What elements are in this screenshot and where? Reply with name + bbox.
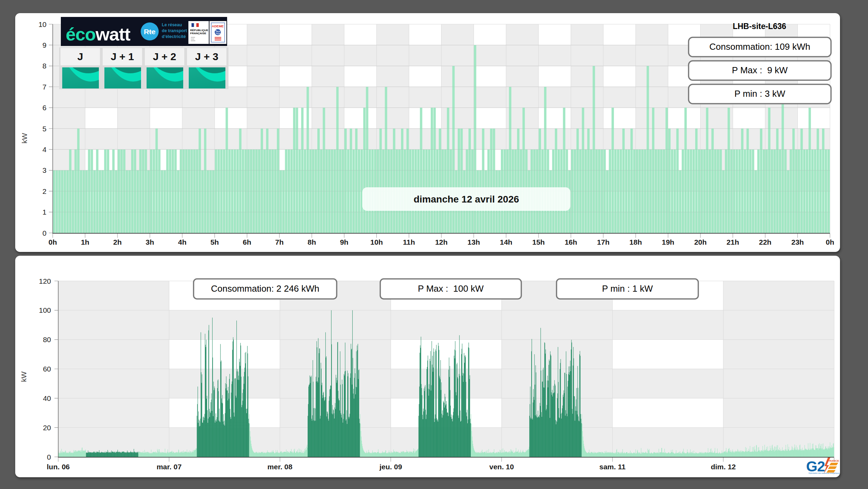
svg-text:LHB-site-L636: LHB-site-L636 bbox=[733, 22, 786, 31]
svg-text:7h: 7h bbox=[275, 238, 284, 246]
svg-text:J + 3: J + 3 bbox=[195, 51, 218, 62]
svg-text:9h: 9h bbox=[340, 238, 348, 246]
svg-text:12h: 12h bbox=[435, 238, 448, 246]
svg-text:P min : 1 kW: P min : 1 kW bbox=[602, 283, 653, 294]
svg-text:jeu. 09: jeu. 09 bbox=[379, 463, 402, 471]
svg-text:3h: 3h bbox=[146, 238, 154, 246]
svg-text:4: 4 bbox=[43, 145, 47, 153]
svg-text:mar. 07: mar. 07 bbox=[157, 463, 181, 471]
svg-text:60: 60 bbox=[43, 365, 51, 373]
svg-text:d’électricité: d’électricité bbox=[162, 34, 186, 39]
svg-text:J + 2: J + 2 bbox=[153, 51, 176, 62]
svg-text:14h: 14h bbox=[500, 238, 512, 246]
svg-text:20h: 20h bbox=[694, 238, 707, 246]
svg-text:17h: 17h bbox=[597, 238, 609, 246]
svg-text:16h: 16h bbox=[564, 238, 577, 246]
svg-text:4h: 4h bbox=[178, 238, 187, 246]
svg-text:P Max : 9 kW: P Max : 9 kW bbox=[732, 65, 788, 75]
svg-text:écowatt: écowatt bbox=[66, 24, 130, 44]
svg-text:2: 2 bbox=[43, 187, 47, 195]
svg-text:Le réseau: Le réseau bbox=[162, 22, 182, 27]
svg-text:0: 0 bbox=[47, 453, 51, 461]
svg-text:6: 6 bbox=[43, 104, 47, 112]
svg-text:5h: 5h bbox=[211, 238, 219, 246]
svg-text:6h: 6h bbox=[243, 238, 251, 246]
svg-text:Rte: Rte bbox=[144, 28, 156, 36]
svg-text:1h: 1h bbox=[81, 238, 90, 246]
svg-text:21h: 21h bbox=[727, 238, 739, 246]
svg-text:G2: G2 bbox=[806, 458, 825, 474]
svg-text:80: 80 bbox=[43, 336, 51, 344]
svg-text:18h: 18h bbox=[629, 238, 642, 246]
svg-text:3: 3 bbox=[43, 166, 47, 174]
svg-text:0h: 0h bbox=[48, 238, 57, 246]
svg-text:J: J bbox=[77, 51, 83, 62]
svg-text:11h: 11h bbox=[403, 238, 415, 246]
svg-text:40: 40 bbox=[43, 394, 51, 402]
svg-text:100: 100 bbox=[39, 306, 51, 314]
svg-text:sam. 11: sam. 11 bbox=[599, 463, 626, 471]
svg-text:ADEME: ADEME bbox=[212, 24, 224, 28]
svg-text:20: 20 bbox=[43, 424, 51, 432]
svg-text:5: 5 bbox=[43, 125, 47, 133]
svg-text:0: 0 bbox=[43, 229, 47, 237]
svg-text:P min : 3 kW: P min : 3 kW bbox=[735, 88, 785, 99]
svg-text:1: 1 bbox=[43, 208, 47, 216]
svg-text:13h: 13h bbox=[467, 238, 480, 246]
svg-text:P Max : 100 kW: P Max : 100 kW bbox=[418, 283, 484, 294]
svg-text:FRANCE: FRANCE bbox=[828, 459, 839, 462]
svg-text:10h: 10h bbox=[370, 238, 383, 246]
svg-text:10: 10 bbox=[38, 20, 46, 28]
svg-text:Consommation: 2 246 kWh: Consommation: 2 246 kWh bbox=[211, 283, 319, 294]
svg-text:J + 1: J + 1 bbox=[111, 51, 134, 62]
svg-text:dimanche 12 avril 2026: dimanche 12 avril 2026 bbox=[413, 194, 519, 205]
svg-text:mer. 08: mer. 08 bbox=[268, 463, 293, 471]
svg-text:0h: 0h bbox=[826, 238, 834, 246]
svg-text:7: 7 bbox=[43, 83, 47, 91]
svg-text:kW: kW bbox=[20, 133, 28, 144]
svg-text:RÉPUBLIQUE: RÉPUBLIQUE bbox=[190, 29, 208, 32]
svg-text:9: 9 bbox=[43, 41, 47, 49]
svg-text:2h: 2h bbox=[113, 238, 122, 246]
svg-text:22h: 22h bbox=[759, 238, 772, 246]
svg-text:15h: 15h bbox=[532, 238, 545, 246]
svg-text:23h: 23h bbox=[791, 238, 804, 246]
svg-text:120: 120 bbox=[39, 277, 51, 285]
svg-text:8: 8 bbox=[43, 62, 47, 70]
svg-text:FRANÇAISE: FRANÇAISE bbox=[190, 32, 206, 35]
svg-text:lun. 06: lun. 06 bbox=[47, 463, 70, 471]
svg-text:19h: 19h bbox=[662, 238, 674, 246]
svg-text:kW: kW bbox=[20, 372, 28, 382]
svg-text:ven. 10: ven. 10 bbox=[489, 463, 514, 471]
svg-text:Optimisation des ressources én: Optimisation des ressources énergétiques bbox=[809, 472, 840, 474]
svg-text:de transport: de transport bbox=[162, 28, 187, 33]
svg-text:Consommation: 109 kWh: Consommation: 109 kWh bbox=[709, 41, 810, 52]
svg-text:dim. 12: dim. 12 bbox=[711, 463, 736, 471]
svg-text:8h: 8h bbox=[308, 238, 316, 246]
